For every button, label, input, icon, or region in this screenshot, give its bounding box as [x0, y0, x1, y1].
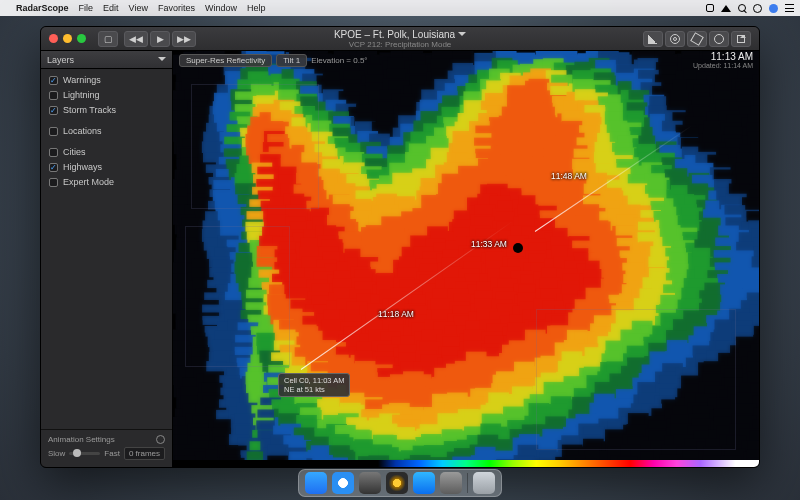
slow-label: Slow [48, 449, 65, 458]
layer-toggle-locations[interactable]: Locations [49, 126, 164, 136]
layer-toggle-highways[interactable]: Highways [49, 162, 164, 172]
menu-file[interactable]: File [79, 3, 94, 13]
checkbox-icon [49, 91, 58, 100]
menu-view[interactable]: View [129, 3, 148, 13]
rewind-button[interactable]: ◀◀ [124, 31, 148, 47]
fast-label: Fast [104, 449, 120, 458]
user-icon [714, 34, 724, 44]
cell-motion: NE at 51 kts [284, 385, 344, 394]
layer-label: Warnings [63, 75, 101, 85]
dock-finder[interactable] [305, 472, 327, 494]
share-icon [737, 35, 745, 43]
locate-button[interactable] [665, 31, 685, 47]
sidebar-toggle-button[interactable]: ▢ [98, 31, 118, 47]
checkbox-icon [49, 163, 58, 172]
user-switch-icon[interactable] [753, 4, 762, 13]
elevation-label: Elevation = 0.5° [311, 56, 367, 65]
county-outline [185, 226, 290, 367]
menu-edit[interactable]: Edit [103, 3, 119, 13]
dock-separator [467, 473, 468, 493]
spotlight-icon[interactable] [738, 4, 746, 12]
menu-extras-icon[interactable] [785, 4, 794, 12]
pencil-icon [648, 34, 658, 44]
station-title[interactable]: KPOE – Ft. Polk, Louisiana [334, 29, 455, 40]
share-button[interactable] [731, 31, 751, 47]
mac-dock [298, 469, 502, 497]
track-point-3: 11:18 AM [378, 309, 414, 319]
layer-list: WarningsLightningStorm TracksLocationsCi… [41, 69, 172, 199]
animation-settings-label: Animation Settings [48, 435, 115, 444]
checkbox-icon [49, 106, 58, 115]
window-zoom-button[interactable] [77, 34, 86, 43]
dock-trash[interactable] [473, 472, 495, 494]
fast-forward-button[interactable]: ▶▶ [172, 31, 196, 47]
dock-appstore[interactable] [413, 472, 435, 494]
track-point-2: 11:33 AM [471, 239, 507, 249]
dock-sysprefs[interactable] [440, 472, 462, 494]
dock-safari[interactable] [332, 472, 354, 494]
layers-sidebar: Layers WarningsLightningStorm TracksLoca… [41, 51, 173, 467]
menu-window[interactable]: Window [205, 3, 237, 13]
checkbox-icon [49, 148, 58, 157]
tilt-selector[interactable]: Tilt 1 [276, 54, 307, 67]
radar-panel[interactable]: Super-Res Reflectivity Tilt 1 Elevation … [173, 51, 759, 467]
account-button[interactable] [709, 31, 729, 47]
volume-icon[interactable] [706, 4, 714, 12]
radar-site-marker [513, 243, 523, 253]
county-outline [536, 309, 735, 450]
chevron-down-icon [155, 55, 166, 65]
mac-menubar: RadarScope File Edit View Favorites Wind… [0, 0, 800, 16]
layer-label: Expert Mode [63, 177, 114, 187]
checkbox-icon [49, 76, 58, 85]
layer-toggle-expert-mode[interactable]: Expert Mode [49, 177, 164, 187]
layer-toggle-lightning[interactable]: Lightning [49, 90, 164, 100]
menubar-app-name[interactable]: RadarScope [16, 3, 69, 13]
updated-time: Updated: 11:14 AM [693, 62, 753, 69]
playback-controls: ◀◀ ▶ ▶▶ [124, 31, 196, 47]
dock-launchpad[interactable] [359, 472, 381, 494]
sidebar-icon: ▢ [104, 34, 113, 44]
titlebar: ▢ ◀◀ ▶ ▶▶ KPOE – Ft. Polk, Louisiana VCP… [41, 27, 759, 51]
storm-cell-tooltip: Cell C0, 11:03 AM NE at 51 kts [278, 373, 350, 397]
app-window: ▢ ◀◀ ▶ ▶▶ KPOE – Ft. Polk, Louisiana VCP… [40, 26, 760, 468]
wifi-icon[interactable] [721, 5, 731, 12]
frames-readout: 0 frames [124, 447, 165, 460]
window-minimize-button[interactable] [63, 34, 72, 43]
target-icon [670, 34, 680, 44]
slider-thumb[interactable] [73, 449, 81, 457]
county-outline [191, 84, 320, 209]
dock-radarscope[interactable] [386, 472, 408, 494]
layer-toggle-warnings[interactable]: Warnings [49, 75, 164, 85]
layer-label: Locations [63, 126, 102, 136]
ruler-icon [690, 32, 704, 46]
menu-help[interactable]: Help [247, 3, 266, 13]
dbz-color-scale [173, 460, 759, 467]
cell-title: Cell C0, 11:03 AM [284, 376, 344, 385]
speed-slider[interactable] [69, 452, 100, 455]
layers-header-label: Layers [47, 55, 74, 65]
window-close-button[interactable] [49, 34, 58, 43]
layer-label: Lightning [63, 90, 100, 100]
layer-toggle-storm-tracks[interactable]: Storm Tracks [49, 105, 164, 115]
layer-label: Storm Tracks [63, 105, 116, 115]
layer-label: Cities [63, 147, 86, 157]
checkbox-icon [49, 127, 58, 136]
station-dropdown-icon[interactable] [455, 29, 466, 40]
measure-button[interactable] [687, 31, 707, 47]
product-selector[interactable]: Super-Res Reflectivity [179, 54, 272, 67]
notification-center-icon[interactable] [769, 4, 778, 13]
draw-button[interactable] [643, 31, 663, 47]
layers-header[interactable]: Layers [41, 51, 172, 69]
layer-toggle-cities[interactable]: Cities [49, 147, 164, 157]
play-button[interactable]: ▶ [150, 31, 170, 47]
track-point-1: 11:48 AM [551, 171, 587, 181]
gear-icon[interactable] [156, 435, 165, 444]
menu-favorites[interactable]: Favorites [158, 3, 195, 13]
checkbox-icon [49, 178, 58, 187]
layer-label: Highways [63, 162, 102, 172]
scan-time: 11:13 AM [693, 52, 753, 62]
